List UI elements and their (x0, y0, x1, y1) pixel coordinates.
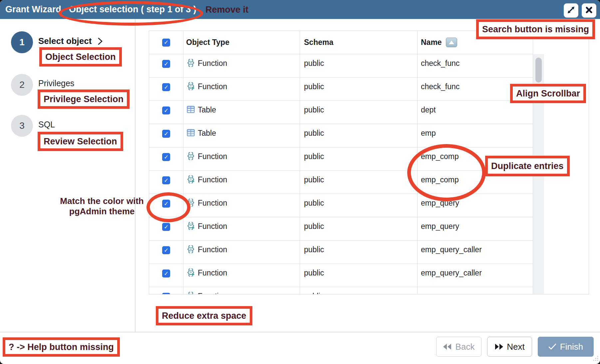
table-row[interactable]: ✓ Function public emp_query (149, 194, 533, 217)
back-button[interactable]: Back (436, 337, 481, 357)
sort-asc-icon[interactable] (446, 38, 457, 47)
row-checkbox-cell: ✓ (149, 287, 183, 294)
resize-grip-icon[interactable] (592, 354, 599, 363)
function-out-icon (186, 82, 195, 91)
table-row[interactable]: ✓ Table public dept (149, 101, 533, 124)
table-row[interactable]: ✓ Function public emp_query_caller (149, 241, 533, 264)
table-row[interactable]: ✓ Function public emp_query (149, 217, 533, 241)
object-type-cell: Function (183, 241, 300, 264)
schema-cell: public (300, 147, 418, 171)
name-header-label: Name (421, 38, 442, 47)
function-icon (186, 291, 195, 294)
row-checkbox-cell: ✓ (149, 101, 183, 124)
expand-button[interactable] (564, 3, 578, 18)
object-type-cell: Function (183, 264, 300, 287)
object-type-label: Function (198, 245, 227, 254)
table-icon (186, 105, 195, 114)
row-checkbox[interactable]: ✓ (162, 153, 170, 161)
header-checkbox-cell: ✓ (149, 31, 183, 54)
function-out-icon (186, 221, 195, 231)
next-button[interactable]: Next (487, 337, 532, 357)
row-checkbox[interactable]: ✓ (162, 293, 170, 294)
function-out-icon (186, 175, 195, 184)
row-checkbox-cell: ✓ (149, 124, 183, 147)
object-type-label: Function (198, 199, 227, 208)
table-scrollbar-thumb[interactable] (535, 58, 542, 83)
annotation-circle-duplicates (407, 144, 486, 201)
object-type-cell: Function (183, 78, 300, 101)
row-checkbox-cell: ✓ (149, 54, 183, 78)
annotation-circle-step-title (59, 1, 203, 26)
table-row[interactable]: ✓ Function public check_func (149, 54, 533, 78)
object-type-label: Function (198, 222, 227, 231)
schema-cell: public (300, 287, 418, 294)
name-cell: emp_query_caller (418, 241, 533, 264)
table-row[interactable]: ✓ Table public emp (149, 124, 533, 147)
schema-header-label: Schema (304, 38, 333, 47)
object-type-cell: Table (183, 124, 300, 147)
name-cell: check_func (418, 54, 533, 78)
step-1-circle: 1 (11, 31, 33, 53)
name-cell: emp_query (418, 217, 533, 241)
row-checkbox-cell: ✓ (149, 171, 183, 194)
close-button[interactable] (582, 3, 596, 18)
next-icon (494, 344, 503, 350)
table-row[interactable]: ✓ Function public emp_query_caller (149, 264, 533, 287)
step-2-circle: 2 (11, 74, 33, 96)
object-type-cell: Table (183, 101, 300, 124)
schema-cell: public (300, 124, 418, 147)
select-all-checkbox[interactable]: ✓ (162, 39, 170, 47)
sidebar-item-select-object[interactable]: Select object (38, 36, 103, 46)
object-type-cell: Function (183, 171, 300, 194)
annotation-object-selection: Object Selection (39, 47, 122, 67)
check-icon (548, 343, 556, 350)
object-type-label: Function (198, 82, 227, 91)
row-checkbox[interactable]: ✓ (162, 83, 170, 91)
table-icon (186, 128, 195, 137)
row-checkbox[interactable]: ✓ (162, 223, 170, 231)
row-checkbox[interactable]: ✓ (162, 106, 170, 114)
name-cell: dept (418, 101, 533, 124)
table-row[interactable]: ✓ Function public (149, 287, 533, 294)
annotation-remove-it: Remove it (205, 5, 248, 15)
annotation-review-selection: Review Selection (38, 132, 123, 151)
chevron-right-icon (98, 37, 103, 45)
annotation-reduce-extra-space: Reduce extra space (156, 306, 252, 325)
row-checkbox[interactable]: ✓ (162, 60, 170, 68)
table-row[interactable]: ✓ Function public check_func (149, 78, 533, 101)
object-type-label: Function (198, 292, 227, 294)
object-type-cell: Function (183, 147, 300, 171)
header-schema[interactable]: Schema (300, 31, 418, 54)
annotation-help-missing: ? -> Help button missing (3, 337, 120, 357)
annotation-circle-checkbox (147, 192, 190, 222)
header-object-type[interactable]: Object Type (183, 31, 300, 54)
finish-label: Finish (560, 342, 583, 352)
row-checkbox[interactable]: ✓ (162, 246, 170, 254)
row-checkbox[interactable]: ✓ (162, 270, 170, 277)
dialog-title: Grant Wizard (5, 0, 61, 19)
name-cell (418, 287, 533, 294)
step-2-number: 2 (19, 80, 25, 90)
schema-cell: public (300, 217, 418, 241)
annotation-match-color-line2: pgAdmin theme (50, 206, 154, 217)
row-checkbox-cell: ✓ (149, 147, 183, 171)
sidebar-divider (135, 19, 136, 332)
row-checkbox-cell: ✓ (149, 78, 183, 101)
schema-cell: public (300, 171, 418, 194)
sidebar-item-sql[interactable]: SQL (38, 120, 55, 129)
row-checkbox[interactable]: ✓ (162, 130, 170, 138)
object-type-cell: Function (183, 287, 300, 294)
footer-divider (0, 332, 600, 332)
sidebar-item-privileges[interactable]: Privileges (38, 79, 74, 88)
schema-cell: public (300, 194, 418, 217)
schema-cell: public (300, 241, 418, 264)
annotation-search-missing: Search button is missing (476, 19, 595, 39)
finish-button[interactable]: Finish (538, 337, 594, 357)
function-icon (186, 245, 195, 254)
row-checkbox[interactable]: ✓ (162, 176, 170, 184)
next-label: Next (507, 342, 524, 352)
back-icon (443, 344, 452, 350)
object-type-label: Table (198, 129, 216, 138)
object-type-label: Function (198, 175, 227, 184)
function-icon (186, 151, 195, 161)
